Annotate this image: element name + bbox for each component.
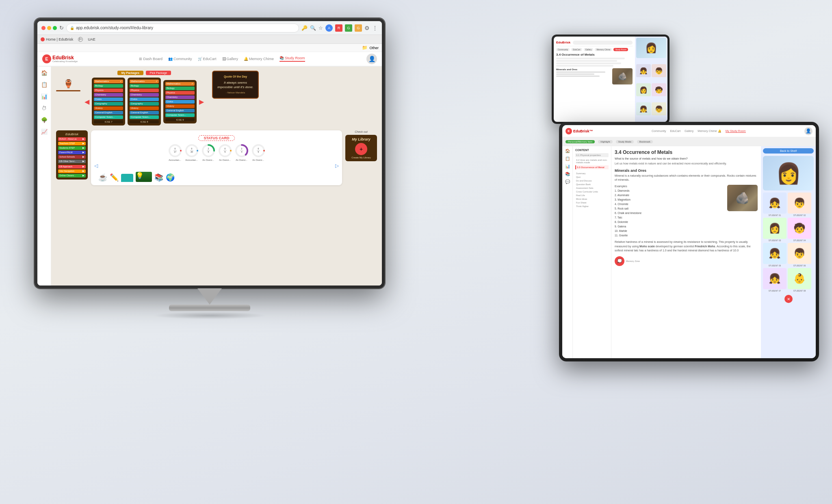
parent-item[interactable]: Parent-PALM▶ xyxy=(58,151,86,154)
sidebar-icon-stats[interactable]: 📈 xyxy=(41,129,48,135)
tbr-sidebar-icon-2[interactable]: 📋 xyxy=(565,156,570,161)
status-card-arrows: ◁ ▷ xyxy=(94,163,339,169)
toc-sub-8[interactable]: More ideas xyxy=(575,197,609,201)
nav-community[interactable]: 👥 Community xyxy=(168,56,192,62)
min-line-3 xyxy=(556,76,600,77)
status-circle-3: 2 5 An Overvi... xyxy=(201,143,216,161)
maximize-button[interactable] xyxy=(53,26,57,30)
toc-item-1[interactable]: 3.1 Physical properties xyxy=(575,153,609,157)
toolbar-highlight[interactable]: Highlight xyxy=(598,140,612,143)
nav-educart[interactable]: 🛒 EduCart xyxy=(198,56,217,62)
tbr-sidebar-icon-5[interactable]: 💬 xyxy=(565,180,570,184)
donut-3: 2 5 xyxy=(201,143,216,158)
toc-sub-4[interactable]: Question Bank xyxy=(575,183,609,186)
tbr-sidebar-icon-1[interactable]: 🏠 xyxy=(565,149,570,153)
nav-studyroom[interactable]: 📚 Study Room xyxy=(280,56,305,62)
toc-sub-2[interactable]: Quiz xyxy=(575,175,609,179)
quote-text: It always seems impossible until it's do… xyxy=(216,80,255,89)
nav-gallery[interactable]: 🖼 Gallery xyxy=(222,56,238,62)
school-item[interactable]: School-Schools▶ xyxy=(58,155,86,159)
bottom-action-btn[interactable]: ✕ xyxy=(784,295,793,303)
settings-icon[interactable]: ⚙ xyxy=(364,25,370,31)
toolbar-personal[interactable]: Personal/Memory Item xyxy=(566,140,595,143)
tbr-nav-educart[interactable]: EduCart xyxy=(670,130,680,133)
tbr-header-nav: Community EduCart Gallery Memory Chime 🔔… xyxy=(597,130,800,133)
students-item[interactable]: Students-STEP▶ xyxy=(58,146,86,150)
edubrisk-app: E EduBrisk Celebrating Knowledge ⊞ Dash … xyxy=(37,52,382,286)
status-circle-4: 0 5 An Overvi... xyxy=(218,143,232,161)
site-nav[interactable]: Site Navigation▶ xyxy=(58,169,86,173)
minerals-image: 🪨 xyxy=(612,68,633,84)
toolbar-bookmark[interactable]: Bookmark xyxy=(637,140,653,143)
toc-sub-9[interactable]: Fun Sheet xyxy=(575,201,609,204)
folder-icon: 📁 xyxy=(362,45,368,50)
window-controls xyxy=(41,26,57,30)
toc-sub-1[interactable]: Summary xyxy=(575,172,609,175)
prev-arrow[interactable]: ◀ xyxy=(84,98,89,106)
sidebar-icon-home[interactable]: 🏠 xyxy=(41,70,48,76)
sidebar-icon-chart[interactable]: 📊 xyxy=(41,93,48,100)
star-icon[interactable]: ☆ xyxy=(318,25,323,31)
search-icon[interactable]: 🔍 xyxy=(310,25,316,31)
teachers-item[interactable]: Teachers-STEP▶ xyxy=(58,142,86,145)
back-to-shelf-btn[interactable]: Back to Shelf xyxy=(763,148,814,154)
toc-sub-3[interactable]: Do and Discuss xyxy=(575,179,609,182)
plus-icon[interactable]: + xyxy=(355,143,367,155)
sidebar-icon-clipboard[interactable]: 📋 xyxy=(41,82,48,88)
toc-item-2[interactable]: 3.2 How are metals and non-metals made xyxy=(575,158,609,164)
menu-icon[interactable]: ⋮ xyxy=(372,25,378,31)
toc-sub-5[interactable]: Assessment Sets xyxy=(575,186,609,190)
tbr-sidebar-icon-3[interactable]: 📊 xyxy=(565,164,570,169)
eb-approach[interactable]: EB Approach▶ xyxy=(58,165,86,169)
edubrisk-board-title: EduBrisk xyxy=(58,132,86,136)
tbr-nav-memory[interactable]: Memory Chime 🔔 xyxy=(698,130,721,133)
create-library-label[interactable]: Create My Library xyxy=(348,156,375,159)
sidebar-icon-timer[interactable]: ⏱ xyxy=(41,105,47,111)
my-library-section: Check out My Library + Create My Library xyxy=(345,130,377,161)
tbr-nav-gallery[interactable]: Gallery xyxy=(685,130,693,133)
user-profile-icon[interactable]: 👤 xyxy=(366,54,377,64)
memory-icon[interactable]: 💭 xyxy=(615,256,624,266)
my-library-board[interactable]: My Library + Create My Library xyxy=(345,135,377,161)
toc-sub-10[interactable]: Think Higher xyxy=(575,205,609,208)
other-serv-item[interactable]: EB-Other Servi...▶ xyxy=(58,160,86,163)
tbr-user-icon[interactable]: 👤 xyxy=(804,127,812,135)
books-stack-icon: 📚 xyxy=(154,173,163,182)
logo-title: EduBrisk xyxy=(52,55,78,60)
eng-3: General English xyxy=(165,109,195,112)
status-next-icon[interactable]: ▷ xyxy=(335,163,339,169)
toolbar-study[interactable]: Study Mode xyxy=(616,140,634,143)
memory-area: 💭 Memory Zone xyxy=(615,256,758,266)
board-3-items: Mathematics✓ Biology Physics Chemistry C… xyxy=(165,82,195,117)
package-boards-row: ◀ Mathematics✓ Biology Physics xyxy=(84,78,204,125)
minimize-button[interactable] xyxy=(47,26,51,30)
mug-icon: ☕ xyxy=(98,173,107,182)
tbr-nav-study[interactable]: My Study Room xyxy=(726,130,746,133)
tbr-nav-community[interactable]: Community xyxy=(652,130,666,133)
tbr-sidebar-icon-4[interactable]: 📚 xyxy=(565,172,570,176)
package-board-1[interactable]: Mathematics✓ Biology Physics Chemistry C… xyxy=(92,78,125,125)
toc-item-3[interactable]: 3.3 Occurrence of Metal xyxy=(575,165,609,169)
online-class[interactable]: Online Classro...▶ xyxy=(58,174,86,177)
build-item[interactable]: BUILD - About us▶ xyxy=(58,137,86,141)
package-board-2[interactable]: Mathematics✓ Biology Physics Chemistry C… xyxy=(128,78,161,125)
tab-item-1[interactable]: Home | EduBrisk xyxy=(41,37,73,41)
pick-package-label[interactable]: Pick Package xyxy=(146,71,171,75)
tbr-left-sidebar: 🏠 📋 📊 📚 💬 xyxy=(562,146,573,358)
url-bar[interactable]: 🔒 app.edubrisk.com/study-room/#/edu-libr… xyxy=(66,24,299,32)
study-room-main: 🏺 My Packages Pick Package xyxy=(51,67,382,286)
sidebar-icon-tree[interactable]: 🌳 xyxy=(41,117,48,123)
next-arrow[interactable]: ▶ xyxy=(199,98,204,106)
user-avatar[interactable]: A xyxy=(325,24,333,32)
geo-item: Geography xyxy=(94,102,123,106)
student-grid-1: 👧 STUDENT 01 xyxy=(763,193,786,216)
package-board-3[interactable]: Mathematics✓ Biology Physics Chemistry C… xyxy=(163,80,197,123)
nav-memory[interactable]: 🔔 Memory Chime xyxy=(244,56,274,62)
shelf-plank xyxy=(56,90,80,91)
toc-sub-7[interactable]: Real Life xyxy=(575,194,609,197)
close-button[interactable] xyxy=(41,26,46,30)
refresh-icon[interactable]: ↻ xyxy=(59,25,64,31)
nav-dashboard[interactable]: ⊞ Dash Board xyxy=(139,56,162,62)
toc-sub-6[interactable]: Cross Curricular Links xyxy=(575,190,609,193)
status-prev-icon[interactable]: ◁ xyxy=(94,163,98,169)
